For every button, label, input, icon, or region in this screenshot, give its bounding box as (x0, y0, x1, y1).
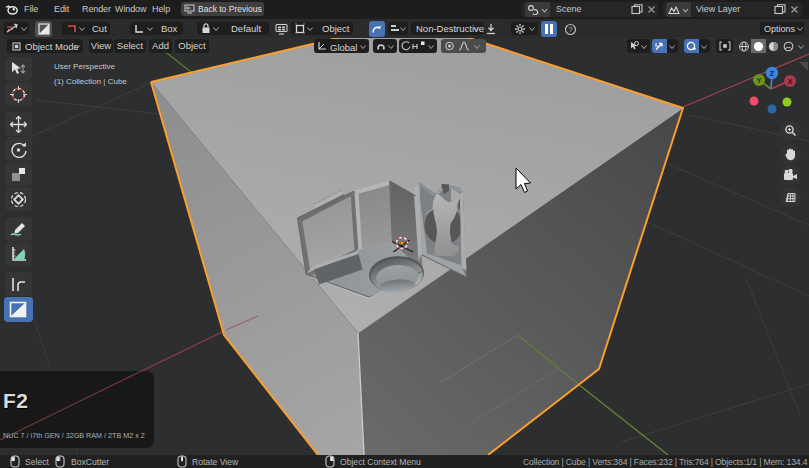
svg-text:?: ? (568, 25, 573, 34)
svg-text:Y: Y (757, 77, 762, 84)
svg-text:Z: Z (770, 70, 775, 77)
svg-text:X: X (788, 78, 793, 85)
